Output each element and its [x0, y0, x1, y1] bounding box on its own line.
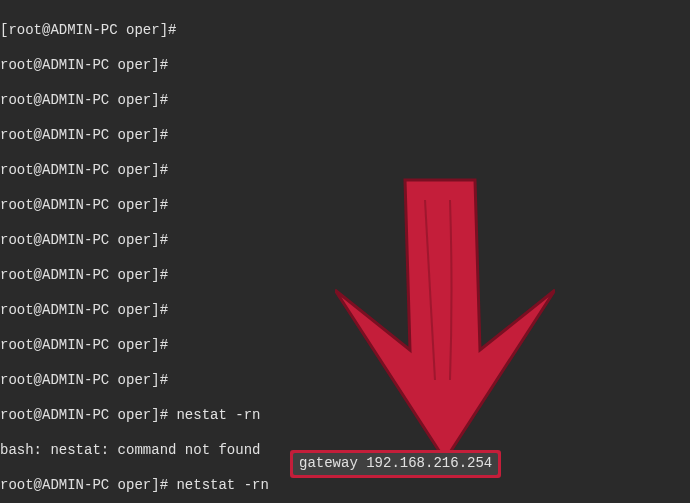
prompt-line: root@ADMIN-PC oper]#	[0, 197, 690, 215]
command-text: netstat -rn	[168, 477, 269, 493]
highlight-label: gateway	[299, 455, 358, 471]
prompt-line: root@ADMIN-PC oper]#	[0, 57, 690, 75]
prompt-line: [root@ADMIN-PC oper]#	[0, 22, 690, 40]
prompt-line: root@ADMIN-PC oper]#	[0, 372, 690, 390]
prompt-line: root@ADMIN-PC oper]#	[0, 302, 690, 320]
prompt-line: root@ADMIN-PC oper]#	[0, 92, 690, 110]
command-line: root@ADMIN-PC oper]# nestat -rn	[0, 407, 690, 425]
prompt-line: root@ADMIN-PC oper]#	[0, 162, 690, 180]
gateway-highlight-callout: gateway 192.168.216.254	[290, 450, 501, 478]
highlight-ip: 192.168.216.254	[358, 455, 492, 471]
prompt-line: root@ADMIN-PC oper]#	[0, 267, 690, 285]
command-text: nestat -rn	[168, 407, 260, 423]
prompt-line: root@ADMIN-PC oper]#	[0, 337, 690, 355]
command-line: root@ADMIN-PC oper]# netstat -rn	[0, 477, 690, 495]
prompt-line: root@ADMIN-PC oper]#	[0, 232, 690, 250]
prompt-line: root@ADMIN-PC oper]#	[0, 127, 690, 145]
terminal-output[interactable]: [root@ADMIN-PC oper]# root@ADMIN-PC oper…	[0, 0, 690, 503]
